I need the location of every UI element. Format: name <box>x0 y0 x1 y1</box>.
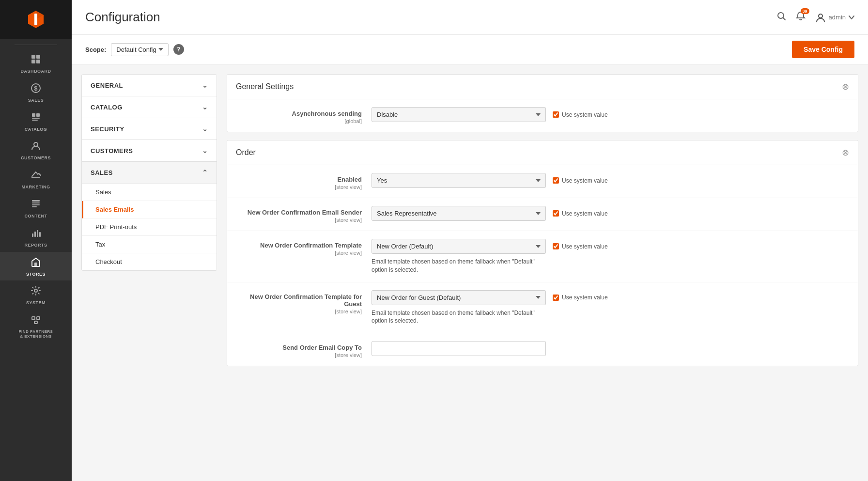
general-settings-section: General Settings ⊗ Asynchronous sending … <box>227 74 858 132</box>
row-order-enabled: Enabled [store view] Yes No <box>227 165 858 198</box>
svg-rect-18 <box>32 233 33 237</box>
search-button[interactable] <box>776 11 786 23</box>
order-enabled-select[interactable]: Yes No <box>372 173 546 188</box>
accordion-general-chevron: ⌄ <box>202 81 208 89</box>
order-email-template-select[interactable]: New Order (Default) <box>372 239 546 254</box>
sidebar: DASHBOARD $ SALES CATALOG CUSTOMERS MARK… <box>0 0 72 481</box>
sidebar-item-label-stores: STORES <box>26 272 46 277</box>
search-icon <box>776 11 786 21</box>
order-email-copy-to-input[interactable] <box>372 341 546 356</box>
dashboard-icon <box>31 54 41 67</box>
svg-point-28 <box>819 14 822 18</box>
order-enabled-label: Enabled <box>236 176 362 183</box>
page-title: Configuration <box>85 10 160 25</box>
reports-icon <box>31 228 41 241</box>
stores-icon <box>31 257 41 270</box>
scope-left: Scope: Default Config ? <box>85 43 184 56</box>
svg-rect-10 <box>36 113 40 117</box>
order-section: Order ⊗ Enabled [store view] Yes <box>227 140 858 366</box>
sub-item-sales-emails[interactable]: Sales Emails <box>82 201 217 218</box>
help-icon[interactable]: ? <box>173 44 184 55</box>
accordion-sales-chevron: ⌃ <box>202 169 208 176</box>
order-section-collapse-icon[interactable]: ⊗ <box>842 147 849 158</box>
sub-item-pdf-printouts[interactable]: PDF Print-outs <box>82 218 217 236</box>
svg-rect-9 <box>32 113 35 117</box>
order-email-sender-system-value[interactable]: Use system value <box>553 210 608 217</box>
svg-point-13 <box>34 142 38 146</box>
svg-rect-17 <box>32 206 37 207</box>
sidebar-logo <box>0 0 72 39</box>
accordion-security-header[interactable]: SECURITY ⌄ <box>82 118 217 140</box>
async-sending-system-value[interactable]: Use system value <box>553 111 608 118</box>
notifications-button[interactable]: 39 <box>796 11 806 23</box>
svg-rect-19 <box>34 232 36 237</box>
accordion-customers-header[interactable]: CUSTOMERS ⌄ <box>82 140 217 161</box>
sub-item-tax[interactable]: Tax <box>82 236 217 253</box>
accordion-catalog-header[interactable]: CATALOG ⌄ <box>82 96 217 118</box>
accordion-sales-sub: Sales Sales Emails PDF Print-outs Tax Ch… <box>82 183 217 270</box>
user-menu-button[interactable]: admin <box>815 12 854 23</box>
sidebar-item-marketing[interactable]: MARKETING <box>0 165 72 194</box>
async-sending-checkbox[interactable] <box>553 111 559 118</box>
svg-rect-20 <box>37 230 38 237</box>
sidebar-item-catalog[interactable]: CATALOG <box>0 107 72 136</box>
order-email-template-hint: Email template chosen based on theme fal… <box>372 258 546 274</box>
order-email-copy-to-sublabel: [store view] <box>236 352 362 358</box>
order-settings-rows: Enabled [store view] Yes No <box>227 165 858 366</box>
sub-item-sales[interactable]: Sales <box>82 184 217 201</box>
row-order-email-sender: New Order Confirmation Email Sender [sto… <box>227 198 858 231</box>
scope-bar: Scope: Default Config ? Save Config <box>72 35 868 64</box>
svg-rect-25 <box>37 317 40 320</box>
save-config-button[interactable]: Save Config <box>792 41 854 58</box>
order-email-sender-sublabel: [store view] <box>236 217 362 223</box>
async-sending-label: Asynchronous sending <box>236 110 362 117</box>
order-email-template-guest-system-value[interactable]: Use system value <box>553 294 608 301</box>
accordion-sales-header[interactable]: SALES ⌃ <box>82 162 217 183</box>
sidebar-item-partners[interactable]: FIND PARTNERS& EXTENSIONS <box>0 310 72 342</box>
accordion-general: GENERAL ⌄ <box>82 75 217 96</box>
sidebar-item-stores[interactable]: STORES <box>0 252 72 281</box>
order-enabled-checkbox[interactable] <box>553 177 559 184</box>
accordion-customers: CUSTOMERS ⌄ <box>82 140 217 162</box>
catalog-icon <box>31 112 41 125</box>
order-email-template-checkbox[interactable] <box>553 243 559 249</box>
sub-item-checkout[interactable]: Checkout <box>82 253 217 270</box>
order-email-copy-to-label: Send Order Email Copy To <box>236 344 362 351</box>
sidebar-item-content[interactable]: CONTENT <box>0 194 72 223</box>
sidebar-item-system[interactable]: SYSTEM <box>0 280 72 310</box>
order-email-template-guest-label: New Order Confirmation Template for Gues… <box>236 293 362 308</box>
svg-rect-6 <box>36 60 40 63</box>
sidebar-item-label-dashboard: DASHBOARD <box>21 69 51 74</box>
row-order-email-template: New Order Confirmation Template [store v… <box>227 231 858 282</box>
order-email-sender-select[interactable]: Sales Representative General Contact Cus… <box>372 206 546 221</box>
partners-icon <box>31 314 41 327</box>
scope-select[interactable]: Default Config <box>111 43 168 56</box>
accordion-catalog-chevron: ⌄ <box>202 103 208 111</box>
marketing-icon <box>31 170 41 183</box>
sidebar-item-reports[interactable]: REPORTS <box>0 223 72 252</box>
sidebar-item-label-marketing: MARKETING <box>22 185 50 190</box>
async-sending-select[interactable]: Disable Enable <box>372 107 546 122</box>
customers-icon <box>31 140 41 154</box>
sidebar-item-customers[interactable]: CUSTOMERS <box>0 136 72 165</box>
order-enabled-system-value[interactable]: Use system value <box>553 177 608 184</box>
general-settings-collapse-icon[interactable]: ⊗ <box>842 81 849 92</box>
svg-rect-14 <box>32 200 40 202</box>
general-settings-title: General Settings <box>236 82 294 91</box>
order-email-sender-checkbox[interactable] <box>553 210 559 217</box>
svg-rect-5 <box>31 60 35 63</box>
row-async-sending: Asynchronous sending [global] Disable En… <box>227 99 858 132</box>
sidebar-item-dashboard[interactable]: DASHBOARD <box>0 49 72 78</box>
left-panel: GENERAL ⌄ CATALOG ⌄ SECURITY ⌄ <box>81 74 217 271</box>
accordion-security-chevron: ⌄ <box>202 125 208 133</box>
accordion-general-header[interactable]: GENERAL ⌄ <box>82 75 217 96</box>
svg-rect-22 <box>34 263 37 266</box>
order-email-template-guest-sublabel: [store view] <box>236 309 362 314</box>
system-icon <box>31 285 41 298</box>
order-email-template-guest-select[interactable]: New Order for Guest (Default) <box>372 290 546 305</box>
sidebar-item-label-catalog: CATALOG <box>25 127 47 132</box>
sidebar-item-sales[interactable]: $ SALES <box>0 78 72 107</box>
scope-chevron-icon <box>158 48 163 51</box>
order-email-template-guest-checkbox[interactable] <box>553 295 559 301</box>
order-email-template-system-value[interactable]: Use system value <box>553 243 608 250</box>
